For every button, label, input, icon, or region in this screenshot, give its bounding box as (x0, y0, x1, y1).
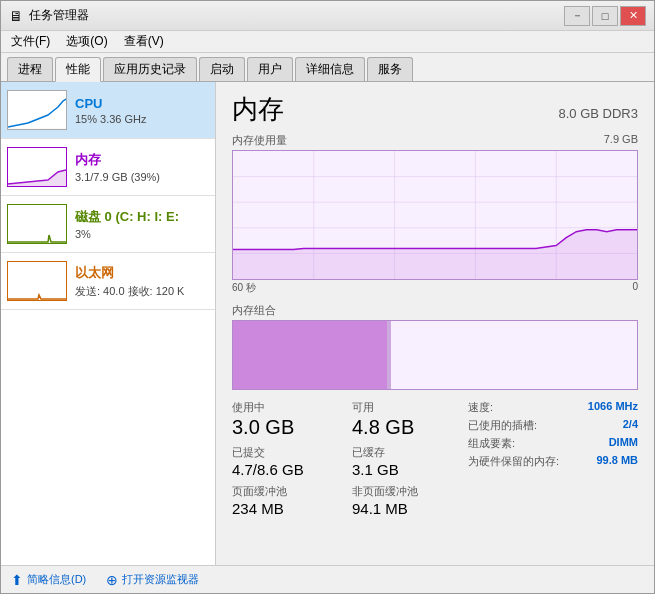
task-manager-window: 🖥 任务管理器 － □ ✕ 文件(F) 选项(O) 查看(V) 进程 性能 应用… (0, 0, 655, 594)
app-icon: 🖥 (9, 8, 23, 24)
slots-value: 2/4 (623, 418, 638, 433)
right-stat-form: 组成要素: DIMM (468, 436, 638, 451)
stat-cached-label: 已缓存 (352, 445, 452, 460)
cpu-stat: 15% 3.36 GHz (75, 113, 209, 125)
footer: ⬆ 简略信息(D) ⊕ 打开资源监视器 (1, 565, 654, 593)
stat-cached: 已缓存 3.1 GB (352, 445, 452, 478)
stat-paged: 页面缓冲池 234 MB (232, 484, 332, 517)
summary-link[interactable]: ⬆ 简略信息(D) (11, 572, 86, 588)
chart1-time-right: 0 (632, 281, 638, 295)
minimize-button[interactable]: － (564, 6, 590, 26)
menu-bar: 文件(F) 选项(O) 查看(V) (1, 31, 654, 53)
sidebar-item-disk[interactable]: 磁盘 0 (C: H: I: E: 3% (1, 196, 215, 253)
stat-paged-label: 页面缓冲池 (232, 484, 332, 499)
tab-services[interactable]: 服务 (367, 57, 413, 81)
stats-area: 使用中 3.0 GB 可用 4.8 GB 已提交 4.7/8.6 GB 已缓 (232, 400, 638, 517)
mem-used-segment (233, 321, 387, 389)
maximize-button[interactable]: □ (592, 6, 618, 26)
chart2-label: 内存组合 (232, 303, 276, 318)
chart1-max: 7.9 GB (604, 133, 638, 148)
stat-available: 可用 4.8 GB (352, 400, 452, 439)
form-value: DIMM (609, 436, 638, 451)
right-stats-list: 速度: 1066 MHz 已使用的插槽: 2/4 组成要素: DIMM 为硬 (468, 400, 638, 469)
monitor-link[interactable]: ⊕ 打开资源监视器 (106, 572, 199, 588)
stat-cached-value: 3.1 GB (352, 461, 452, 478)
stat-available-value: 4.8 GB (352, 416, 452, 439)
speed-label: 速度: (468, 400, 493, 415)
chart1-time-left: 60 秒 (232, 281, 256, 295)
reserved-value: 99.8 MB (596, 454, 638, 469)
disk-thumbnail (7, 204, 67, 244)
eth-thumbnail (7, 261, 67, 301)
cpu-thumbnail (7, 90, 67, 130)
stat-paged-value: 234 MB (232, 500, 332, 517)
mem-composition-bar (233, 321, 637, 389)
title-controls: － □ ✕ (564, 6, 646, 26)
stat-used: 使用中 3.0 GB (232, 400, 332, 439)
reserved-label: 为硬件保留的内存: (468, 454, 559, 469)
stat-nonpaged: 非页面缓冲池 94.1 MB (352, 484, 452, 517)
right-stat-slots: 已使用的插槽: 2/4 (468, 418, 638, 433)
main-title: 内存 (232, 92, 284, 127)
close-button[interactable]: ✕ (620, 6, 646, 26)
main-header: 内存 8.0 GB DDR3 (232, 92, 638, 127)
stat-available-label: 可用 (352, 400, 452, 415)
tab-users[interactable]: 用户 (247, 57, 293, 81)
eth-label: 以太网 (75, 264, 209, 282)
mem-stat: 3.1/7.9 GB (39%) (75, 171, 209, 183)
right-stat-reserved: 为硬件保留的内存: 99.8 MB (468, 454, 638, 469)
svg-rect-0 (8, 91, 66, 129)
monitor-icon: ⊕ (106, 572, 118, 588)
memory-usage-section: 内存使用量 7.9 GB (232, 133, 638, 295)
sidebar: CPU 15% 3.36 GHz 内存 3.1/7.9 GB (39%) (1, 82, 216, 565)
chart1-time: 60 秒 0 (232, 281, 638, 295)
stats-grid-top: 使用中 3.0 GB 可用 4.8 GB 已提交 4.7/8.6 GB 已缓 (232, 400, 452, 517)
right-stat-speed: 速度: 1066 MHz (468, 400, 638, 415)
cpu-info: CPU 15% 3.36 GHz (75, 96, 209, 125)
window-title: 任务管理器 (29, 7, 89, 24)
content-area: CPU 15% 3.36 GHz 内存 3.1/7.9 GB (39%) (1, 82, 654, 565)
monitor-label: 打开资源监视器 (122, 572, 199, 587)
title-bar: 🖥 任务管理器 － □ ✕ (1, 1, 654, 31)
tab-startup[interactable]: 启动 (199, 57, 245, 81)
mem-thumbnail (7, 147, 67, 187)
stat-committed-label: 已提交 (232, 445, 332, 460)
memory-composition-section: 内存组合 (232, 303, 638, 390)
chart1-label: 内存使用量 (232, 133, 287, 148)
stat-used-label: 使用中 (232, 400, 332, 415)
chart2-label-row: 内存组合 (232, 303, 638, 318)
svg-rect-5 (8, 262, 66, 300)
menu-file[interactable]: 文件(F) (7, 32, 54, 51)
cpu-label: CPU (75, 96, 209, 111)
mem-free-segment (391, 321, 637, 389)
chart1-label-row: 内存使用量 7.9 GB (232, 133, 638, 148)
tab-process[interactable]: 进程 (7, 57, 53, 81)
up-icon: ⬆ (11, 572, 23, 588)
tab-details[interactable]: 详细信息 (295, 57, 365, 81)
stat-committed-value: 4.7/8.6 GB (232, 461, 332, 478)
menu-options[interactable]: 选项(O) (62, 32, 111, 51)
stat-used-value: 3.0 GB (232, 416, 332, 439)
form-label: 组成要素: (468, 436, 515, 451)
title-bar-left: 🖥 任务管理器 (9, 7, 89, 24)
stat-nonpaged-value: 94.1 MB (352, 500, 452, 517)
stats-right: 速度: 1066 MHz 已使用的插槽: 2/4 组成要素: DIMM 为硬 (468, 400, 638, 517)
sidebar-item-ethernet[interactable]: 以太网 发送: 40.0 接收: 120 K (1, 253, 215, 310)
main-panel: 内存 8.0 GB DDR3 内存使用量 7.9 GB (216, 82, 654, 565)
mem-info: 内存 3.1/7.9 GB (39%) (75, 151, 209, 183)
menu-view[interactable]: 查看(V) (120, 32, 168, 51)
summary-label: 简略信息(D) (27, 572, 86, 587)
tab-app-history[interactable]: 应用历史记录 (103, 57, 197, 81)
memory-composition-chart (232, 320, 638, 390)
eth-stat: 发送: 40.0 接收: 120 K (75, 284, 209, 299)
mem-label: 内存 (75, 151, 209, 169)
tab-performance[interactable]: 性能 (55, 57, 101, 82)
memory-usage-chart (232, 150, 638, 280)
speed-value: 1066 MHz (588, 400, 638, 415)
stats-left: 使用中 3.0 GB 可用 4.8 GB 已提交 4.7/8.6 GB 已缓 (232, 400, 452, 517)
disk-stat: 3% (75, 228, 209, 240)
sidebar-item-memory[interactable]: 内存 3.1/7.9 GB (39%) (1, 139, 215, 196)
sidebar-item-cpu[interactable]: CPU 15% 3.36 GHz (1, 82, 215, 139)
disk-info: 磁盘 0 (C: H: I: E: 3% (75, 208, 209, 240)
slots-label: 已使用的插槽: (468, 418, 537, 433)
